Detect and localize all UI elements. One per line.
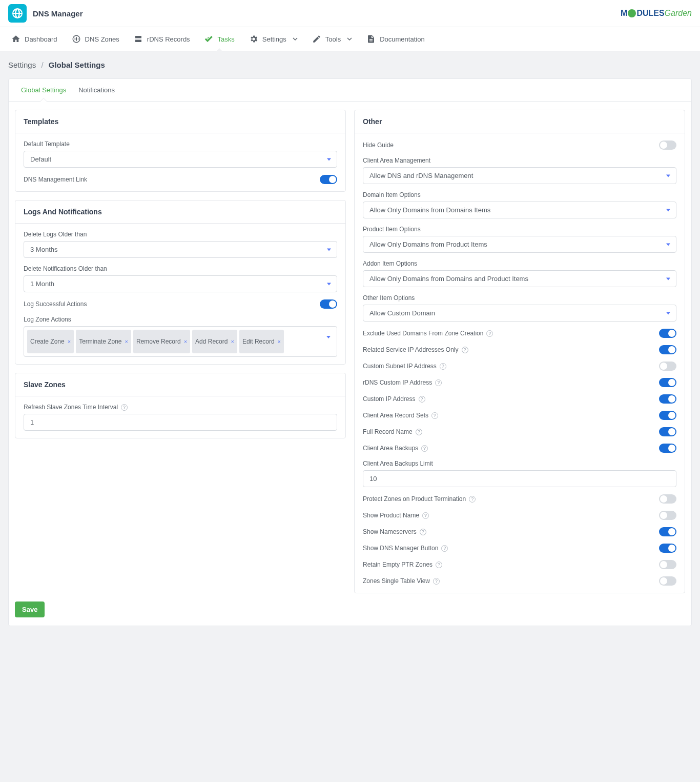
tag-item: Terminate Zone × — [76, 330, 131, 353]
backups-limit-label: Client Area Backups Limit — [363, 460, 676, 467]
help-icon[interactable]: ? — [486, 330, 493, 337]
backups-limit-input[interactable] — [363, 470, 676, 487]
help-icon[interactable]: ? — [441, 545, 448, 552]
document-icon — [366, 34, 376, 44]
client-area-management-label: Client Area Management — [363, 157, 676, 164]
backups-label: Client Area Backups? — [363, 445, 428, 452]
single-table-toggle[interactable] — [659, 576, 676, 586]
related-ip-toggle[interactable] — [659, 345, 676, 354]
dns-management-link-label: DNS Management Link — [24, 176, 87, 183]
log-zone-actions-label: Log Zone Actions — [24, 316, 337, 323]
help-icon[interactable]: ? — [433, 578, 440, 585]
home-icon — [11, 34, 20, 44]
help-icon[interactable]: ? — [436, 562, 442, 568]
retain-ptr-toggle[interactable] — [659, 560, 676, 569]
tag-remove-icon[interactable]: × — [231, 338, 234, 345]
tag-remove-icon[interactable]: × — [278, 338, 281, 345]
hide-guide-toggle[interactable] — [659, 141, 676, 150]
pencil-icon — [312, 34, 321, 44]
breadcrumb-current: Global Settings — [49, 61, 105, 69]
client-area-management-select[interactable]: Allow DNS and rDNS Management — [363, 167, 676, 184]
refresh-slave-input[interactable] — [24, 414, 337, 431]
show-dns-btn-label: Show DNS Manager Button? — [363, 545, 448, 552]
tag-item: Add Record × — [192, 330, 237, 353]
card-logs: Logs And Notifications Delete Logs Older… — [15, 200, 346, 365]
card-templates: Templates Default Template Default DNS M… — [15, 110, 346, 192]
show-product-toggle[interactable] — [659, 511, 676, 520]
tag-remove-icon[interactable]: × — [125, 338, 128, 345]
delete-logs-select[interactable]: 3 Months — [24, 241, 337, 258]
globe-icon — [11, 7, 24, 19]
help-icon[interactable]: ? — [416, 429, 422, 435]
rdns-custom-ip-label: rDNS Custom IP Address? — [363, 379, 442, 386]
product-item-options-label: Product Item Options — [363, 226, 676, 233]
retain-ptr-label: Retain Empty PTR Zones? — [363, 561, 442, 568]
card-title: Templates — [15, 110, 345, 133]
show-ns-toggle[interactable] — [659, 527, 676, 536]
check-all-icon — [204, 34, 214, 44]
gear-icon — [249, 34, 258, 44]
full-record-toggle[interactable] — [659, 427, 676, 436]
delete-notifications-label: Delete Notifications Older than — [24, 265, 337, 272]
card-other: Other Hide Guide Client Area Management … — [354, 110, 685, 593]
addon-item-options-select[interactable]: Allow Only Domains from Domains and Prod… — [363, 270, 676, 287]
help-icon[interactable]: ? — [469, 496, 476, 503]
server-icon — [134, 34, 143, 44]
hide-guide-label: Hide Guide — [363, 142, 394, 149]
nav-dashboard[interactable]: Dashboard — [4, 27, 65, 51]
protect-zones-toggle[interactable] — [659, 494, 676, 504]
custom-ip-toggle[interactable] — [659, 394, 676, 404]
chevron-down-icon — [347, 36, 352, 42]
domain-item-options-select[interactable]: Allow Only Domains from Domains Items — [363, 202, 676, 218]
other-item-options-select[interactable]: Allow Custom Domain — [363, 305, 676, 322]
domain-item-options-label: Domain Item Options — [363, 191, 676, 198]
breadcrumb-root[interactable]: Settings — [8, 61, 36, 69]
nav-rdns-records[interactable]: rDNS Records — [127, 27, 197, 51]
tag-remove-icon[interactable]: × — [68, 338, 71, 345]
dns-management-link-toggle[interactable] — [320, 175, 337, 184]
nav-documentation[interactable]: Documentation — [359, 27, 431, 51]
nav-tasks[interactable]: Tasks — [197, 27, 242, 51]
help-icon[interactable]: ? — [420, 529, 426, 535]
card-title: Other — [355, 110, 685, 133]
tab-notifications[interactable]: Notifications — [72, 79, 121, 101]
record-sets-toggle[interactable] — [659, 411, 676, 420]
nav-dns-zones[interactable]: DNS Zones — [65, 27, 127, 51]
product-item-options-select[interactable]: Allow Only Domains from Product Items — [363, 236, 676, 253]
backups-toggle[interactable] — [659, 444, 676, 453]
default-template-select[interactable]: Default — [24, 151, 337, 168]
globe-icon — [72, 34, 81, 44]
log-successful-actions-toggle[interactable] — [320, 299, 337, 309]
log-zone-actions-tags[interactable]: Create Zone ×Terminate Zone ×Remove Reco… — [24, 326, 337, 357]
help-icon[interactable]: ? — [121, 404, 128, 411]
save-button[interactable]: Save — [15, 601, 45, 617]
custom-subnet-label: Custom Subnet IP Address? — [363, 363, 446, 370]
help-icon[interactable]: ? — [440, 363, 446, 370]
brand-logo: MDULESGarden — [621, 9, 692, 18]
help-icon[interactable]: ? — [422, 512, 429, 519]
exclude-used-toggle[interactable] — [659, 329, 676, 338]
full-record-label: Full Record Name? — [363, 428, 422, 435]
breadcrumb: Settings / Global Settings — [0, 51, 700, 78]
delete-notifications-select[interactable]: 1 Month — [24, 275, 337, 292]
show-dns-btn-toggle[interactable] — [659, 544, 676, 553]
rdns-custom-ip-toggle[interactable] — [659, 378, 676, 387]
refresh-slave-label: Refresh Slave Zones Time Interval? — [24, 404, 337, 411]
tab-global-settings[interactable]: Global Settings — [15, 79, 72, 101]
help-icon[interactable]: ? — [435, 379, 442, 386]
addon-item-options-label: Addon Item Options — [363, 260, 676, 267]
help-icon[interactable]: ? — [462, 347, 468, 353]
app-icon — [8, 4, 27, 23]
log-successful-actions-label: Log Successful Actions — [24, 300, 87, 308]
nav-tools[interactable]: Tools — [305, 27, 359, 51]
help-icon[interactable]: ? — [419, 396, 425, 403]
tag-remove-icon[interactable]: × — [184, 338, 187, 345]
show-ns-label: Show Nameservers? — [363, 528, 426, 535]
custom-subnet-toggle[interactable] — [659, 362, 676, 371]
help-icon[interactable]: ? — [421, 445, 428, 452]
card-slave-zones: Slave Zones Refresh Slave Zones Time Int… — [15, 373, 346, 438]
help-icon[interactable]: ? — [431, 412, 438, 419]
protect-zones-label: Protect Zones on Product Termination? — [363, 495, 476, 503]
other-item-options-label: Other Item Options — [363, 294, 676, 302]
nav-settings[interactable]: Settings — [242, 27, 305, 51]
